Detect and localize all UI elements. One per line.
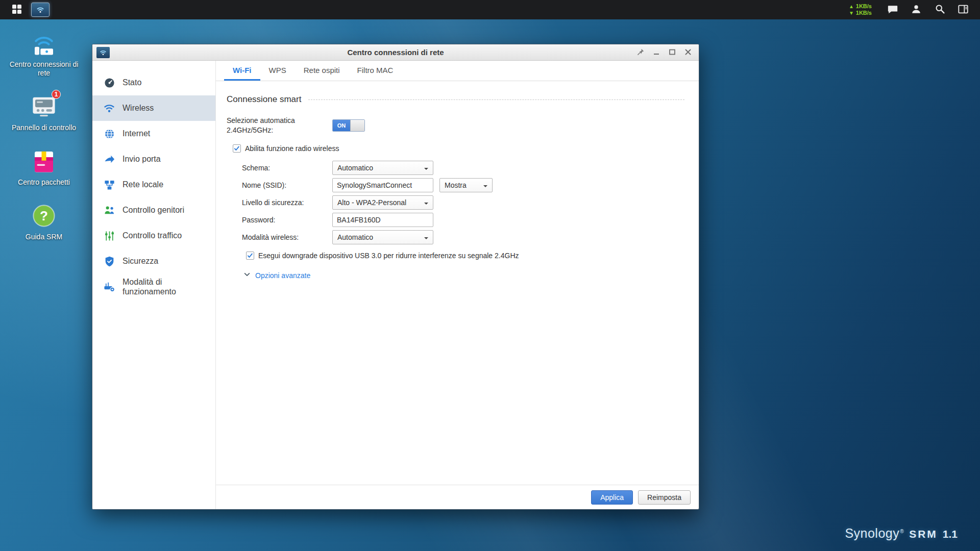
notification-badge: 1	[52, 90, 61, 99]
usb-downgrade-label: Esegui downgrade dispositivo USB 3.0 per…	[258, 252, 519, 260]
password-row: Password:	[242, 213, 684, 227]
taskbar-left	[5, 0, 52, 19]
upload-arrow-icon: ▲	[849, 3, 854, 10]
apply-button[interactable]: Applica	[591, 490, 633, 505]
search-icon	[935, 4, 945, 16]
sidebar-item-stato[interactable]: Stato	[92, 70, 215, 95]
control-panel-icon: 1	[28, 92, 60, 121]
desktop-icon-label: Centro pacchetti	[18, 178, 70, 187]
tab-mac-filter[interactable]: Filtro MAC	[349, 61, 402, 81]
close-icon	[684, 48, 692, 57]
desktop-icon-label: Centro connessioni di rete	[6, 60, 82, 78]
product-version: 1.1	[943, 528, 958, 540]
sidebar-item-label: Modalità di funzionamento	[122, 277, 210, 296]
chevron-down-icon	[424, 203, 428, 207]
desktop-icon-network-center[interactable]: Centro connessioni di rete	[6, 29, 82, 78]
notifications-button[interactable]	[881, 0, 904, 19]
smart-select-label: Selezione automatica 2.4GHz/5GHz:	[227, 116, 332, 135]
desktop-icon-column: Centro connessioni di rete 1 Pannello di…	[6, 29, 82, 241]
traffic-control-icon	[103, 230, 116, 242]
network-traffic-indicator[interactable]: ▲1KB/s ▼1KB/s	[849, 3, 872, 16]
wireless-mode-value: Automatico	[337, 233, 373, 241]
security-level-value: Alto - WPA2-Personal	[337, 198, 406, 207]
sidebar-item-label: Rete locale	[122, 180, 163, 189]
toggle-off-area	[350, 120, 364, 131]
window-body: Stato Wireless Internet	[92, 61, 699, 509]
advanced-options-label: Opzioni avanzate	[255, 271, 310, 280]
usb-downgrade-row: Esegui downgrade dispositivo USB 3.0 per…	[246, 252, 684, 260]
wireless-mode-select[interactable]: Automatico	[332, 230, 433, 244]
port-forward-arrow-icon	[103, 154, 116, 165]
sidebar-item-security[interactable]: Sicurezza	[92, 248, 215, 274]
minimize-button[interactable]	[651, 47, 662, 58]
ssid-input[interactable]	[332, 178, 433, 192]
user-menu-button[interactable]	[904, 0, 928, 19]
taskbar-open-app-button[interactable]	[29, 0, 52, 19]
widgets-button[interactable]	[951, 0, 975, 19]
section-smart-connect: Connessione smart	[227, 94, 684, 105]
window-app-icon	[96, 47, 110, 58]
globe-icon	[103, 128, 116, 140]
tab-wifi[interactable]: Wi-Fi	[224, 61, 260, 81]
desktop-icon-label: Pannello di controllo	[12, 123, 76, 132]
enable-wifi-checkbox[interactable]	[233, 144, 241, 153]
download-arrow-icon: ▼	[849, 10, 854, 16]
password-label: Password:	[242, 216, 332, 224]
desktop: ▲1KB/s ▼1KB/s	[0, 0, 980, 551]
srm-branding: Synology® SRM 1.1	[845, 526, 958, 541]
local-network-icon	[103, 179, 116, 191]
toggle-on-label: ON	[333, 120, 350, 131]
window-title: Centro connessioni di rete	[92, 48, 699, 57]
usb-downgrade-checkbox[interactable]	[246, 252, 254, 260]
maximize-button[interactable]	[667, 47, 678, 58]
close-button[interactable]	[682, 47, 694, 58]
schema-select[interactable]: Automatico	[332, 161, 433, 175]
sidebar-item-traffic-control[interactable]: Controllo traffico	[92, 223, 215, 248]
sidebar-item-parental-control[interactable]: Controllo genitori	[92, 197, 215, 223]
taskbar-right: ▲1KB/s ▼1KB/s	[849, 0, 975, 19]
advanced-options-toggle[interactable]: Opzioni avanzate	[243, 271, 684, 280]
main-menu-button[interactable]	[5, 0, 29, 19]
operation-mode-icon	[103, 281, 116, 293]
sidebar-item-label: Controllo traffico	[122, 231, 182, 240]
show-password-select[interactable]: Mostra	[439, 178, 493, 192]
window-controls	[635, 44, 694, 61]
sidebar-item-label: Sicurezza	[122, 256, 158, 266]
chat-bubble-icon	[887, 4, 898, 16]
sidebar-item-operation-mode[interactable]: Modalità di funzionamento	[92, 274, 215, 299]
tab-guest-network[interactable]: Rete ospiti	[295, 61, 349, 81]
pin-button[interactable]	[635, 47, 646, 58]
sidebar-item-local-network[interactable]: Rete locale	[92, 172, 215, 197]
sidebar-item-internet[interactable]: Internet	[92, 121, 215, 146]
chevron-down-icon	[424, 237, 428, 241]
tab-bar: Wi-Fi WPS Rete ospiti Filtro MAC	[216, 61, 699, 81]
window-titlebar[interactable]: Centro connessioni di rete	[92, 44, 699, 61]
tab-wps[interactable]: WPS	[260, 61, 295, 81]
sidebar-item-label: Wireless	[122, 103, 154, 113]
password-input[interactable]	[332, 213, 433, 227]
reset-button[interactable]: Reimposta	[638, 490, 691, 505]
status-gauge-icon	[103, 77, 116, 89]
enable-wifi-label: Abilita funzione radio wireless	[245, 144, 339, 153]
sidebar-item-port-forwarding[interactable]: Invio porta	[92, 146, 215, 172]
ssid-row: Nome (SSID): Mostra	[242, 178, 684, 192]
package-center-icon	[28, 146, 60, 176]
security-level-select[interactable]: Alto - WPA2-Personal	[332, 195, 433, 210]
wireless-mode-row: Modalità wireless: Automatico	[242, 230, 684, 244]
smart-select-toggle[interactable]: ON	[332, 119, 365, 132]
security-level-label: Livello di sicurezza:	[242, 198, 332, 207]
section-divider	[308, 99, 684, 100]
sidebar-item-wireless[interactable]: Wireless	[92, 95, 215, 121]
schema-value: Automatico	[337, 164, 373, 172]
window-sidebar: Stato Wireless Internet	[92, 61, 216, 509]
window-content: Wi-Fi WPS Rete ospiti Filtro MAC Conness…	[216, 61, 699, 509]
desktop-icon-package-center[interactable]: Centro pacchetti	[6, 146, 82, 187]
desktop-icon-control-panel[interactable]: 1 Pannello di controllo	[6, 92, 82, 132]
traffic-download: ▼1KB/s	[849, 10, 872, 16]
help-icon: ?	[28, 201, 60, 231]
security-shield-icon	[103, 256, 116, 267]
minimize-icon	[653, 48, 660, 57]
chevron-down-icon	[483, 185, 487, 189]
search-button[interactable]	[928, 0, 951, 19]
desktop-icon-help[interactable]: ? Guida SRM	[6, 201, 82, 241]
